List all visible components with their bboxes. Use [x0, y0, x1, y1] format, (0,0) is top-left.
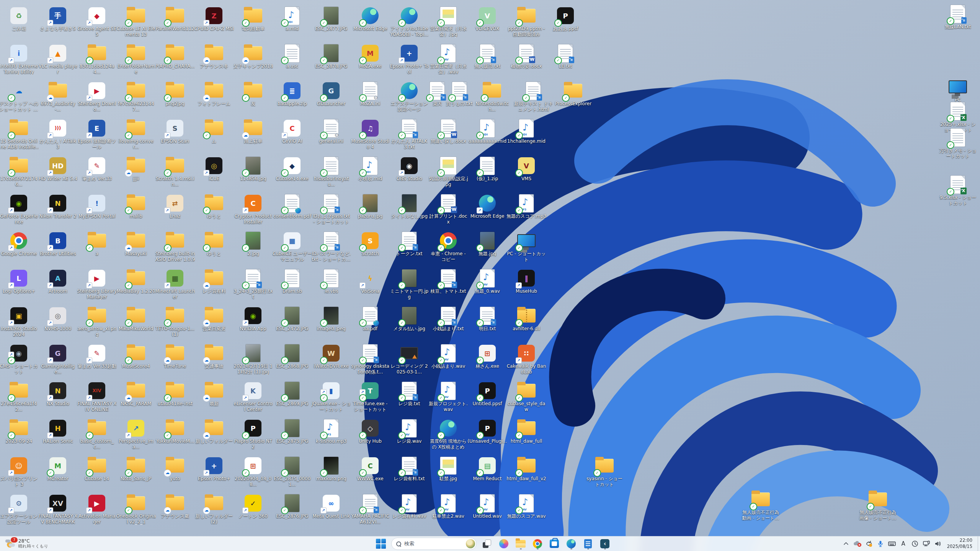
- desktop-icon[interactable]: ✓ESC_2868.JPG: [272, 344, 312, 369]
- desktop-icon[interactable]: ✓無人販売不正行為動画 - ショートカット: [741, 490, 781, 521]
- desktop-icon[interactable]: ♪WAV✓無題のスコア.wav: [506, 494, 546, 519]
- desktop-icon[interactable]: ✓幸憲 - Chrome - コピー: [428, 231, 468, 262]
- desktop-icon[interactable]: W✓iWatchDVR.exe: [311, 344, 351, 369]
- desktop-icon[interactable]: M✓MoZA.exe: [350, 44, 390, 69]
- desktop-icon[interactable]: ✓タイトルなし.jpg: [389, 194, 429, 219]
- desktop-icon[interactable]: ☁新しいフォルダー: [194, 419, 234, 444]
- desktop-icon[interactable]: ☁jjjii: [116, 156, 156, 182]
- desktop-icon[interactable]: ✓PIAPRO_CHARA...: [155, 44, 195, 69]
- desktop-icon[interactable]: ◎↗NVMS-1000: [38, 306, 78, 332]
- desktop-icon[interactable]: ✓駐禁.jpg: [428, 456, 468, 482]
- desktop-icon[interactable]: ♪WAV✓レジ袋有料.wav: [389, 494, 429, 519]
- desktop-icon[interactable]: HD↗HD Writer AE 5.4: [38, 156, 78, 182]
- desktop-icon[interactable]: ✓メダル払い.jpg: [389, 306, 429, 332]
- desktop-icon[interactable]: ≣✓badapple.zip: [272, 82, 312, 107]
- desktop-icon[interactable]: ✓ProcessExplorer: [553, 82, 593, 107]
- desktop-icon[interactable]: ≡✓枝豆、トマト.txt: [428, 269, 468, 294]
- desktop-icon[interactable]: ✓Dram.sb: [272, 269, 312, 294]
- desktop-icon[interactable]: P✓Untitled.ppsf: [467, 381, 507, 407]
- desktop-icon[interactable]: ✓pazuru.jpg: [350, 194, 390, 219]
- desktop-icon[interactable]: ✓ppt2AD9.pptm - 自動回復済み: [506, 7, 546, 37]
- desktop-icon[interactable]: ↗Microsoft Edge: [467, 194, 507, 219]
- desktop-icon[interactable]: ♪MIDI✓小枝歌.mid: [350, 156, 390, 182]
- desktop-icon[interactable]: ✓aero_arrow_xl.png: [77, 306, 117, 337]
- desktop-icon[interactable]: ✓Cubase LE AI Elements 13: [116, 7, 156, 37]
- desktop-icon[interactable]: ☁路上駐車: [233, 119, 273, 144]
- desktop-icon[interactable]: ✓アイドルYouTube YOASOBI - Topi...: [389, 7, 429, 37]
- desktop-icon[interactable]: ✓ミニトマト一円.jpg: [389, 269, 429, 300]
- tray-onedrive-error-icon[interactable]: [852, 538, 863, 549]
- taskbar-app-chrome[interactable]: [531, 538, 544, 550]
- desktop-icon[interactable]: ☁営業日変更: [194, 306, 234, 332]
- desktop-icon[interactable]: ✓無題.jpg: [467, 231, 507, 257]
- desktop-icon[interactable]: ☁Masayuki: [116, 231, 156, 257]
- desktop-icon[interactable]: ✓レコーディング 2025-03-1...: [389, 344, 429, 375]
- desktop-icon[interactable]: ☁yuto: [155, 456, 195, 482]
- desktop-icon[interactable]: +↗Epson Photo+ Tool: [389, 44, 429, 75]
- desktop-icon[interactable]: i↗Intel(R) Extreme Tuning Utility: [0, 44, 39, 75]
- desktop-icon[interactable]: ✓MuseScore4: [116, 344, 156, 369]
- desktop-icon[interactable]: ♫✓MuseScore Studio 4: [350, 119, 390, 150]
- desktop-icon[interactable]: ◉↗GeForce Experience: [0, 194, 39, 225]
- desktop-icon[interactable]: ≡✓レジ袋有料.txt: [389, 456, 429, 482]
- desktop-icon[interactable]: ✓2.jpg: [233, 231, 273, 257]
- desktop-icon[interactable]: ☁NKSC_PARAM: [116, 381, 156, 407]
- desktop-icon[interactable]: +↗Epson Photo+: [194, 456, 234, 482]
- desktop-icon[interactable]: ✓avfilter-6.dll: [506, 306, 546, 332]
- desktop-icon[interactable]: )))↗かんたん！AITalk 3: [38, 119, 78, 150]
- desktop-icon[interactable]: 手↗さよなら手書き5: [38, 7, 78, 32]
- taskbar-app-task-view[interactable]: [480, 538, 493, 550]
- desktop-icon[interactable]: ✓ParallelWorld112: [155, 7, 195, 32]
- desktop-icon[interactable]: ✓NintendoSwitch...: [472, 82, 512, 112]
- desktop-icon[interactable]: ✓↗ノートン 360: [233, 494, 273, 519]
- desktop-icon[interactable]: ∷↗Cakewalk by BandLab: [506, 344, 546, 375]
- desktop-icon[interactable]: ☺↗ズバリ巨大プリント 3: [0, 456, 39, 487]
- desktop-icon[interactable]: ✓ie.vbs: [311, 269, 351, 294]
- desktop-icon[interactable]: ◉↗✓CMS - ショートカット: [0, 344, 39, 375]
- tray-microphone-icon[interactable]: [875, 538, 886, 549]
- taskbar-app-file-explorer[interactable]: [514, 538, 527, 550]
- desktop-icon[interactable]: K↗eLicenser Control Center: [233, 381, 273, 412]
- desktop-icon[interactable]: ✓17cce509721746...: [0, 156, 39, 187]
- desktop-icon[interactable]: ☁TimeTune: [155, 344, 195, 369]
- desktop-icon[interactable]: ✓ESC_2877.JPG: [311, 7, 351, 32]
- desktop-icon[interactable]: ✓iloveimg-conver...: [116, 119, 156, 150]
- desktop-icon[interactable]: ≡✓明日.txt: [467, 306, 507, 332]
- desktop-icon[interactable]: ⚙✓MoZA.ini: [350, 82, 390, 107]
- desktop-icon[interactable]: ⇄↗Lhaz: [155, 194, 195, 219]
- desktop-icon[interactable]: ☁6973_Audiority-...: [38, 82, 78, 112]
- desktop-icon[interactable]: ♪WAV✓レジ袋.wav: [389, 419, 429, 444]
- tray-hidden-icons-chevron-icon[interactable]: [841, 538, 851, 549]
- desktop-icon[interactable]: ✓html_daw_full: [506, 419, 546, 444]
- desktop-icon[interactable]: P✓Piapro Studio NT2: [233, 419, 273, 450]
- desktop-icon[interactable]: E↗Epson 接続診断ツール: [77, 119, 117, 150]
- desktop-icon[interactable]: ✓万引きメモ - ショートカット: [938, 129, 978, 159]
- desktop-icon[interactable]: ☁交通事故: [194, 344, 234, 369]
- desktop-icon[interactable]: ≡✓IDおよびpass.txt - ショートカット: [311, 194, 351, 225]
- desktop-icon[interactable]: ✓EnterFolderName: [116, 44, 156, 75]
- desktop-icon[interactable]: X✓9.5.xlsx - ショートカット: [938, 175, 978, 206]
- desktop-icon[interactable]: P✓あああ.ppsf: [546, 7, 585, 32]
- desktop-icon[interactable]: ◎↗iCUE: [194, 156, 234, 182]
- desktop-icon[interactable]: ≡✓トークン.txt: [389, 231, 429, 257]
- desktop-icon[interactable]: ≡✓小銭詰まり.txt: [428, 306, 468, 332]
- taskbar-app-edge[interactable]: [565, 538, 578, 550]
- desktop-icon[interactable]: ≡✓無線LAN.txt: [938, 5, 978, 30]
- desktop-icon[interactable]: ▮↗✓JQuake.exe - ショートカット: [311, 381, 351, 412]
- desktop-icon[interactable]: ✓png2jpg: [155, 82, 195, 107]
- desktop-icon[interactable]: ✓PC - ショートカット: [506, 231, 546, 262]
- desktop-icon[interactable]: ϟ↗VoiSona: [350, 269, 390, 294]
- desktop-icon[interactable]: ✓ESC_2472.JPG: [272, 306, 312, 332]
- desktop-icon[interactable]: ✓hisasiburinoyatu...: [311, 156, 351, 187]
- desktop-icon[interactable]: ▣↗Insta360 Studio 2024: [0, 306, 39, 337]
- desktop-icon[interactable]: ☁父子キャンプ2018: [233, 44, 273, 69]
- desktop-icon[interactable]: ≡✓レジ袋.txt: [389, 381, 429, 407]
- desktop-icon[interactable]: ◇✓Unity Hub: [350, 419, 390, 444]
- desktop-icon[interactable]: T↗✓TimeTune.exe - ショートカット: [350, 381, 390, 412]
- desktop-icon[interactable]: C✓WWWC.exe: [350, 456, 390, 482]
- desktop-icon[interactable]: ✓ゆうと: [194, 231, 234, 257]
- desktop-icon[interactable]: ✓aa.pdf: [350, 306, 390, 332]
- taskbar-app-notepad[interactable]: [581, 538, 595, 550]
- search-input[interactable]: 検索: [391, 538, 477, 550]
- desktop-icon[interactable]: ◉↗OBS Studio: [389, 156, 429, 182]
